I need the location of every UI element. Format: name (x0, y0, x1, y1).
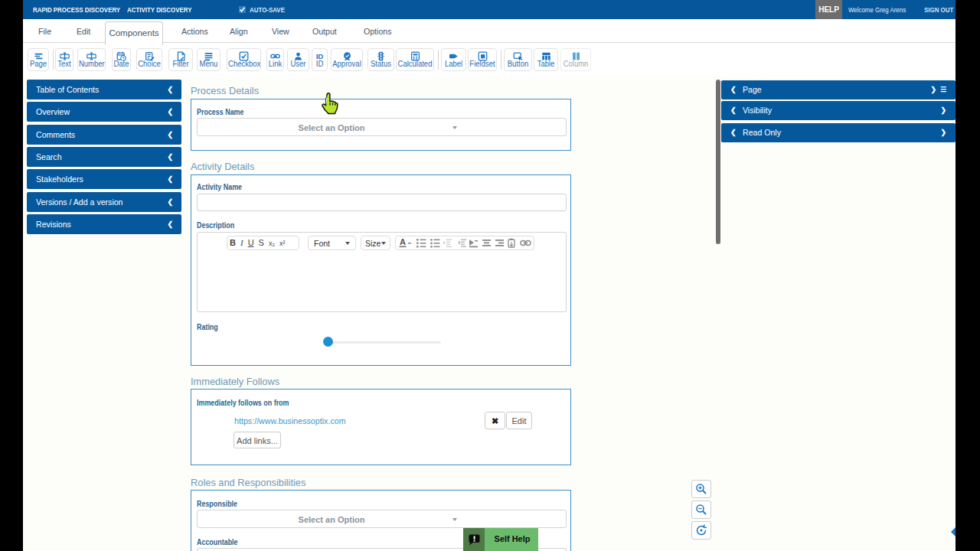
svg-text:A: A (400, 237, 406, 246)
